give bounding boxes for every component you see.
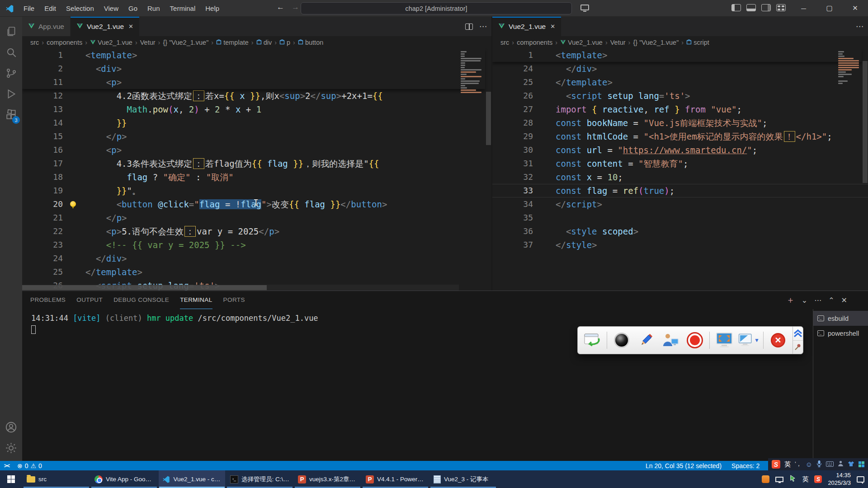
collapse-up-icon[interactable] <box>793 327 803 341</box>
close-button[interactable]: ✕ <box>842 0 868 16</box>
panel-tab-ports[interactable]: PORTS <box>223 291 245 309</box>
minimap[interactable] <box>459 50 484 93</box>
code-line[interactable]: 16 <p> <box>22 143 491 157</box>
terminal-item-powershell[interactable]: ›_powershell <box>813 326 868 341</box>
taskbar-item[interactable]: Pvuejs3.x-第2章Vue... <box>294 470 361 488</box>
chevron-down-icon[interactable]: ▼ <box>754 337 760 343</box>
breadcrumb-item[interactable]: div <box>256 39 272 46</box>
ellipsis-icon[interactable]: ⋯ <box>814 296 821 305</box>
ime-toolbox-icon[interactable] <box>859 461 864 467</box>
taskbar-item[interactable]: src <box>23 470 90 488</box>
taskbar-item[interactable]: Vue2_3 - 记事本 <box>430 470 496 488</box>
ime-person-icon[interactable] <box>838 460 844 469</box>
pin-icon[interactable] <box>793 341 803 354</box>
toggle-sidebar-icon[interactable] <box>731 4 741 11</box>
close-toolbar-icon[interactable]: ✕ <box>767 329 789 351</box>
code-line[interactable]: 15 </p> <box>22 130 491 143</box>
fit-screen-icon[interactable] <box>713 329 735 351</box>
menu-go[interactable]: Go <box>123 3 142 14</box>
code-line[interactable]: 25</template> <box>492 75 868 89</box>
window-restore-icon[interactable] <box>581 329 603 351</box>
explorer-icon[interactable] <box>0 21 22 42</box>
indentation[interactable]: Spaces: 2 <box>731 462 760 469</box>
panel-tab-terminal[interactable]: TERMINAL <box>180 291 212 309</box>
split-editor-icon[interactable] <box>465 23 473 30</box>
customize-layout-icon[interactable] <box>776 4 786 11</box>
menu-run[interactable]: Run <box>142 3 165 14</box>
tray-app-icon[interactable] <box>762 475 769 483</box>
tray-ime-lang[interactable]: 英 <box>802 475 808 483</box>
run-debug-icon[interactable] <box>0 84 22 104</box>
breadcrumb-item[interactable]: Vetur <box>140 39 156 46</box>
lightbulb-icon[interactable] <box>70 201 76 207</box>
menu-view[interactable]: View <box>99 3 123 14</box>
code-line[interactable]: 34</script> <box>492 197 868 211</box>
tab-app-vue[interactable]: App.vue <box>22 17 71 36</box>
more-actions-icon[interactable]: ⋯ <box>479 22 487 31</box>
taskbar-item[interactable]: Vue2_1.vue - cha... <box>159 470 225 488</box>
code-line[interactable]: 13 Math.pow(x, 2) + 2 * x + 1 <box>22 103 491 116</box>
breadcrumb-item[interactable]: script <box>686 39 709 46</box>
vertical-scrollbar[interactable] <box>486 48 491 291</box>
code-editor-left[interactable]: 12 4.2函数表达式绑定：若x={{ x }},则x<sup>2</sup>+… <box>22 48 491 291</box>
code-line[interactable]: 25</template> <box>22 265 491 279</box>
breadcrumb-item[interactable]: components <box>517 39 552 46</box>
ime-punctuation-icon[interactable]: ’， <box>795 460 802 468</box>
screencast-monitor-icon[interactable] <box>580 5 589 10</box>
breadcrumb-item[interactable]: Vetur <box>610 39 626 46</box>
command-center-search[interactable]: chap2 [Administrator] <box>301 2 572 14</box>
restore-button[interactable]: ▢ <box>816 0 842 16</box>
toggle-panel-icon[interactable] <box>746 4 756 11</box>
remote-indicator-icon[interactable]: >< <box>0 463 14 469</box>
minimap[interactable] <box>836 50 862 84</box>
search-icon[interactable] <box>0 42 22 63</box>
minimize-button[interactable]: ─ <box>791 0 816 16</box>
ime-language-toggle[interactable]: 英 <box>784 460 791 469</box>
tab-close-icon[interactable]: ✕ <box>549 23 555 30</box>
forward-arrow-icon[interactable]: → <box>292 3 299 12</box>
extensions-icon[interactable]: 3 <box>0 104 22 125</box>
code-line[interactable]: 19 }}"。 <box>22 184 491 197</box>
menu-file[interactable]: File <box>19 3 39 14</box>
code-line[interactable]: 14 }} <box>22 116 491 130</box>
breadcrumb-item[interactable]: {} "Vue2_1.vue" <box>633 39 679 46</box>
back-arrow-icon[interactable]: ← <box>277 3 284 12</box>
taskbar-item[interactable]: ›_选择管理员: C:\Wi... <box>226 470 293 488</box>
code-line[interactable]: 21 </p> <box>22 211 491 225</box>
screen-select-icon[interactable]: ▼ <box>738 329 760 351</box>
code-line[interactable]: 29const htmlCode = "<h1>使用em标记的显示内容的效果！<… <box>492 130 868 143</box>
code-line[interactable]: 35 <box>492 211 868 225</box>
vertical-scrollbar[interactable] <box>862 48 868 291</box>
breadcrumb-item[interactable]: src <box>30 39 39 46</box>
tray-sogou-icon[interactable]: S <box>814 475 822 483</box>
tab-vue2-1-vue[interactable]: Vue2_1.vue ✕ <box>71 17 140 36</box>
breadcrumb-item[interactable]: template <box>216 39 249 46</box>
taskbar-item[interactable]: PV4.4.1 - PowerPoi... <box>362 470 429 488</box>
toggle-secondary-sidebar-icon[interactable] <box>761 4 771 11</box>
code-line[interactable]: 2 <div> <box>22 62 485 75</box>
code-line[interactable]: 30const url = "https://www.smartedu.cn/"… <box>492 143 868 157</box>
menu-edit[interactable]: Edit <box>39 3 61 14</box>
ime-mic-icon[interactable] <box>816 460 822 469</box>
presenter-icon[interactable] <box>660 329 681 351</box>
code-line[interactable]: 1<template> <box>492 48 862 62</box>
code-line[interactable]: 24 </div> <box>492 62 868 75</box>
terminal-item-esbuild[interactable]: ›_esbuild <box>813 311 868 326</box>
cursor-position[interactable]: Ln 20, Col 35 (12 selected) <box>646 462 722 469</box>
code-line[interactable]: 12 4.2函数表达式绑定：若x={{ x }},则x<sup>2</sup>+… <box>22 89 491 103</box>
sogou-logo-icon[interactable]: S <box>772 460 780 469</box>
breadcrumb-item[interactable]: button <box>298 39 323 46</box>
pencil-icon[interactable] <box>635 329 657 351</box>
menu-selection[interactable]: Selection <box>61 3 99 14</box>
breadcrumb-item[interactable]: Vue2_1.vue <box>90 39 132 46</box>
menu-terminal[interactable]: Terminal <box>165 3 201 14</box>
more-actions-icon[interactable]: ⋯ <box>856 22 863 31</box>
code-line[interactable]: 22 <p>5.语句不会生效：var y = 2025</p> <box>22 225 491 238</box>
code-editor-right[interactable]: 24 </div>25</template>26 <script setup l… <box>492 48 868 291</box>
code-line[interactable]: 28const bookName = "Vue.js前端框架技术与实战"; <box>492 116 868 130</box>
ime-emoji-icon[interactable]: ☺ <box>806 460 812 468</box>
menu-help[interactable]: Help <box>200 3 224 14</box>
settings-gear-icon[interactable] <box>0 437 22 458</box>
tray-network-icon[interactable] <box>775 477 783 482</box>
breadcrumb-item[interactable]: components <box>47 39 82 46</box>
